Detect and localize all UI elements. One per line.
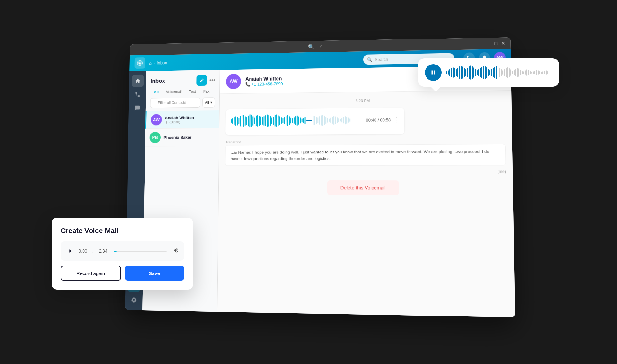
delete-voicemail-button[interactable]: Delete this Voicemail <box>327 180 399 195</box>
tab-fax[interactable]: Fax <box>199 88 213 95</box>
scene: 🔍 ⌂ — □ ✕ ⌂ › Inbox <box>84 30 533 334</box>
contact-info-phoenix: Phoenix Baker <box>163 135 215 140</box>
create-voicemail-popup: Create Voice Mail 0.00 / 2.34 Record aga… <box>52 218 193 290</box>
floating-waveform <box>446 65 552 80</box>
compose-button[interactable] <box>196 75 207 86</box>
voicemail-time: 00:40 / 00:58 <box>366 117 391 123</box>
time-separator: / <box>93 249 94 254</box>
search-icon: 🔍 <box>367 57 372 62</box>
pause-button[interactable] <box>425 64 442 81</box>
record-again-button[interactable]: Record again <box>61 266 121 281</box>
chat-body: 3:23 PM 00:40 / 00:58 ⋮ <box>217 91 515 317</box>
tab-all[interactable]: All <box>150 89 162 96</box>
transcript-text: ...is Namar. I hope you are doing well. … <box>225 144 506 166</box>
inbox-filter: ⊟ All ▾ <box>145 97 219 111</box>
inbox-header: Inbox ••• <box>146 70 219 89</box>
play-button[interactable] <box>66 247 75 256</box>
svg-point-0 <box>139 62 141 64</box>
breadcrumb-current: Inbox <box>156 60 167 65</box>
breadcrumb: ⌂ › Inbox <box>149 60 167 65</box>
inbox-header-icons: ••• <box>196 75 215 86</box>
filter-wrapper: ⊟ <box>150 98 200 108</box>
phone-icon: 📞 <box>245 82 250 87</box>
delete-voicemail-section: Delete this Voicemail <box>225 180 506 195</box>
contact-item-phoenix[interactable]: PB Phoenix Baker <box>145 128 219 147</box>
contact-name: Phoenix Baker <box>163 135 215 140</box>
voicemail-icon: 🎙 <box>165 120 168 124</box>
logo <box>134 57 145 69</box>
save-button[interactable]: Save <box>125 266 184 281</box>
contact-info-anaiah: Anaiah Whitten 🎙 (00:30) <box>165 115 215 124</box>
timestamp-label: 3:23 PM <box>226 97 505 105</box>
title-bar-center: 🔍 ⌂ <box>308 43 322 49</box>
window-controls: — □ ✕ <box>486 41 505 46</box>
contact-meta: 🎙 (00:30) <box>165 120 215 124</box>
breadcrumb-separator: › <box>153 60 155 65</box>
waveform-container: 00:40 / 00:58 ⋮ <box>230 113 399 127</box>
contact-avatar-phoenix: PB <box>149 132 161 143</box>
inbox-tabs: All Voicemail Text Fax <box>146 88 219 98</box>
chat-contact-info: Anaiah Whitten 📞 +1 123-456-7890 <box>245 74 421 87</box>
voicemail-bubble: 00:40 / 00:58 ⋮ <box>225 108 404 135</box>
sidebar-item-settings[interactable] <box>128 293 140 307</box>
chat-panel: AW Anaiah Whitten 📞 +1 123-456-7890 <box>217 66 515 317</box>
inbox-title: Inbox <box>150 78 165 84</box>
close-icon[interactable]: ✕ <box>501 41 505 46</box>
search-placeholder: Search <box>375 57 388 62</box>
filter-dropdown[interactable]: All ▾ <box>202 97 215 107</box>
contact-item-anaiah[interactable]: AW Anaiah Whitten 🎙 (00:30) <box>145 110 219 129</box>
sidebar-item-messages[interactable] <box>131 102 143 114</box>
chat-avatar: AW <box>226 74 241 89</box>
volume-button[interactable] <box>173 247 179 255</box>
more-options-button[interactable]: ••• <box>209 77 215 84</box>
me-label: (me) <box>225 169 506 174</box>
audio-time-total: 2.34 <box>99 248 107 254</box>
chevron-down-icon: ▾ <box>210 100 212 105</box>
audio-time-current: 0.00 <box>79 248 87 254</box>
breadcrumb-home-icon[interactable]: ⌂ <box>149 60 151 65</box>
audio-progress-fill <box>114 251 117 252</box>
sidebar-item-home[interactable] <box>131 75 144 87</box>
tab-text[interactable]: Text <box>185 88 199 95</box>
floating-player <box>418 58 559 87</box>
contact-avatar-anaiah: AW <box>151 114 162 125</box>
voicemail-more-button[interactable]: ⋮ <box>393 116 399 123</box>
search-icon: 🔍 <box>308 44 314 50</box>
contact-name: Anaiah Whitten <box>165 115 215 120</box>
popup-actions: Record again Save <box>61 266 184 281</box>
transcript-label: Transcript <box>225 139 505 144</box>
audio-player-box: 0.00 / 2.34 <box>61 241 184 261</box>
popup-title: Create Voice Mail <box>61 227 184 235</box>
minimize-icon[interactable]: — <box>486 41 490 46</box>
sidebar-item-phone[interactable] <box>131 88 144 101</box>
home-icon: ⌂ <box>319 43 322 49</box>
filter-input[interactable] <box>150 98 200 108</box>
maximize-icon[interactable]: □ <box>494 41 497 46</box>
chat-waveform <box>230 113 362 128</box>
tab-voicemail[interactable]: Voicemail <box>162 88 185 95</box>
transcript-section: Transcript ...is Namar. I hope you are d… <box>225 139 506 166</box>
audio-progress-bar[interactable] <box>114 251 167 252</box>
